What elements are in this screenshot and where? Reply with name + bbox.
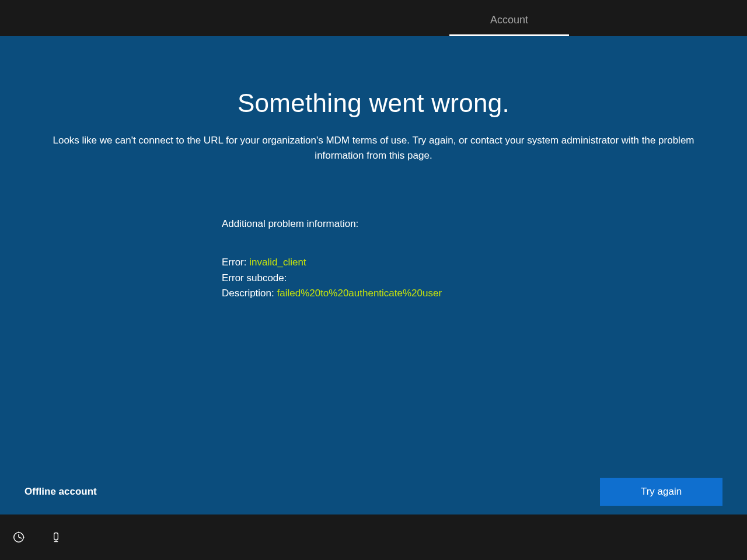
error-value: invalid_client bbox=[249, 257, 306, 268]
description-value: failed%20to%20authenticate%20user bbox=[277, 288, 442, 299]
action-bar: Offline account Try again bbox=[0, 469, 747, 514]
header-bar: Account bbox=[0, 0, 747, 36]
tab-account[interactable]: Account bbox=[449, 14, 569, 36]
description-row: Description: failed%20to%20authenticate%… bbox=[222, 286, 525, 301]
error-row: Error: invalid_client bbox=[222, 255, 525, 270]
input-method-icon[interactable] bbox=[48, 529, 64, 545]
offline-account-link[interactable]: Offline account bbox=[25, 486, 97, 498]
subcode-row: Error subcode: bbox=[222, 271, 525, 286]
footer-bar bbox=[0, 514, 747, 560]
page-title: Something went wrong. bbox=[35, 89, 712, 118]
error-label: Error: bbox=[222, 257, 249, 268]
svg-rect-3 bbox=[54, 533, 58, 540]
error-details: Additional problem information: Error: i… bbox=[222, 216, 525, 301]
oobe-error-screen: Account Something went wrong. Looks like… bbox=[0, 0, 747, 560]
error-message: Looks like we can't connect to the URL f… bbox=[35, 133, 712, 163]
description-label: Description: bbox=[222, 288, 277, 299]
ease-of-access-icon[interactable] bbox=[11, 529, 27, 545]
try-again-button[interactable]: Try again bbox=[600, 478, 722, 506]
content-area: Something went wrong. Looks like we can'… bbox=[0, 36, 747, 469]
details-heading: Additional problem information: bbox=[222, 216, 525, 232]
subcode-label: Error subcode: bbox=[222, 272, 287, 284]
body-panel: Something went wrong. Looks like we can'… bbox=[0, 36, 747, 514]
tab-bar: Account bbox=[0, 14, 747, 36]
